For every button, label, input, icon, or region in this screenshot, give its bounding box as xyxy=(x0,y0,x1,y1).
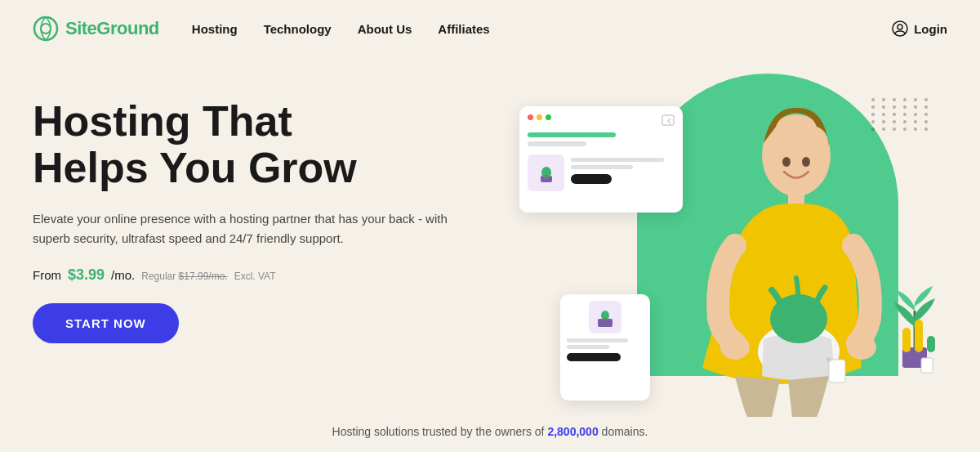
svg-point-3 xyxy=(898,25,902,29)
svg-rect-20 xyxy=(829,360,845,383)
pricing-price: $3.99 xyxy=(68,266,105,284)
svg-point-14 xyxy=(720,335,750,360)
pricing-vat: Excl. VAT xyxy=(234,271,276,282)
svg-rect-10 xyxy=(604,318,607,320)
hero-left: Hosting That Helps You Grow Elevate your… xyxy=(33,82,536,343)
nav-item-about-us[interactable]: About Us xyxy=(358,22,412,36)
footer-highlight: 2,800,000 xyxy=(547,425,598,438)
svg-point-15 xyxy=(847,335,876,360)
nav-item-technology[interactable]: Technology xyxy=(264,22,332,36)
footer-bar: Hosting solutions trusted by the owners … xyxy=(0,411,980,452)
svg-point-1 xyxy=(41,24,51,34)
login-button[interactable]: Login xyxy=(892,20,947,37)
header: SiteGround Hosting Technology About Us A… xyxy=(0,0,980,57)
start-now-button[interactable]: START NOW xyxy=(33,303,179,343)
nav-item-hosting[interactable]: Hosting xyxy=(192,22,238,36)
logo[interactable]: SiteGround xyxy=(33,16,159,42)
nav-item-affiliates[interactable]: Affiliates xyxy=(438,22,489,36)
hero-description: Elevate your online presence with a host… xyxy=(33,209,457,248)
svg-rect-24 xyxy=(902,328,911,352)
main-content: Hosting That Helps You Grow Elevate your… xyxy=(0,57,980,411)
deco-bars xyxy=(898,307,939,360)
pricing-row: From $3.99 /mo. Regular $17.99/mo. Excl.… xyxy=(33,266,536,284)
pricing-from: From xyxy=(33,268,61,282)
pricing-regular: Regular $17.99/mo. xyxy=(141,271,227,282)
svg-point-18 xyxy=(782,157,791,167)
svg-rect-7 xyxy=(545,175,548,177)
logo-text: SiteGround xyxy=(65,18,159,39)
hero-right xyxy=(536,82,947,425)
login-label: Login xyxy=(914,22,947,36)
svg-rect-23 xyxy=(921,358,933,373)
user-icon xyxy=(892,20,908,37)
browser-card-illustration xyxy=(519,106,683,213)
footer-text: Hosting solutions trusted by the owners … xyxy=(332,425,648,438)
mobile-card-illustration xyxy=(560,294,650,401)
svg-point-21 xyxy=(826,357,831,362)
svg-rect-25 xyxy=(915,320,923,352)
main-nav: Hosting Technology About Us Affiliates xyxy=(192,22,892,36)
logo-icon xyxy=(33,16,59,42)
svg-point-19 xyxy=(802,157,810,167)
hero-title: Hosting That Helps You Grow xyxy=(33,98,536,191)
svg-rect-26 xyxy=(927,336,935,352)
svg-point-0 xyxy=(34,17,57,40)
woman-illustration xyxy=(653,82,906,417)
pricing-period: /mo. xyxy=(111,268,135,282)
